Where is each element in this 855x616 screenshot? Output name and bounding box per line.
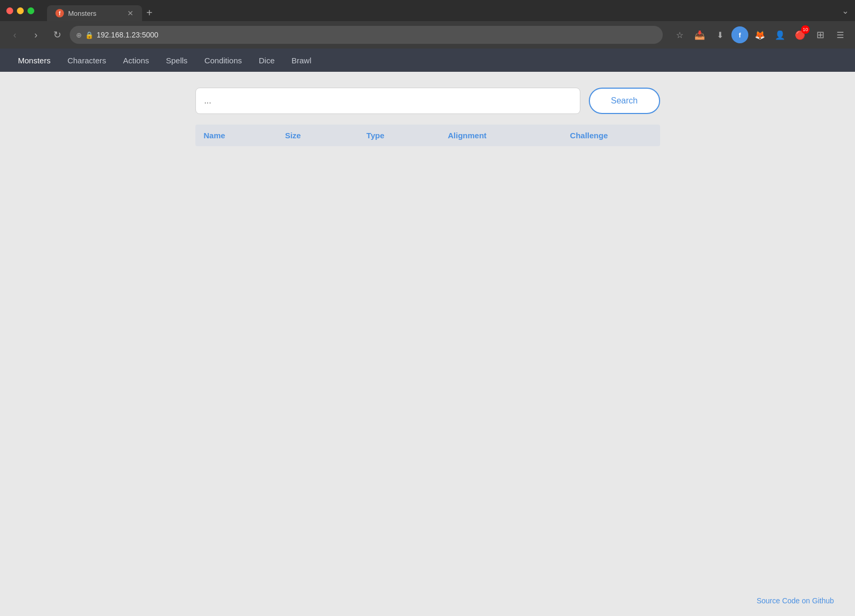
nav-item-conditions[interactable]: Conditions (197, 53, 249, 68)
nav-item-monsters[interactable]: Monsters (11, 53, 58, 68)
download-icon[interactable]: ⬇ (711, 26, 728, 43)
bookmark-icon[interactable]: ☆ (671, 26, 688, 43)
nav-item-dice[interactable]: Dice (251, 53, 282, 68)
maximize-button[interactable] (27, 7, 34, 14)
tab-close-button[interactable]: ✕ (127, 9, 134, 17)
toolbar-icons: ☆ 📥 ⬇ f 🦊 👤 🔴 ⊞ ☰ (671, 26, 849, 43)
security-icon: ⊕ (76, 31, 82, 39)
nav-item-characters[interactable]: Characters (60, 53, 114, 68)
pocket-icon[interactable]: 📥 (691, 26, 708, 43)
traffic-lights (6, 7, 34, 14)
new-tab-button[interactable]: + (144, 5, 155, 21)
minimize-button[interactable] (17, 7, 24, 14)
forward-button[interactable]: › (27, 26, 44, 43)
lock-icon: 🔒 (85, 31, 93, 39)
column-header-challenge: Challenge (570, 131, 651, 140)
app-navbar: Monsters Characters Actions Spells Condi… (0, 49, 855, 72)
tab-list-button[interactable]: ⌄ (842, 6, 849, 16)
tab-favicon: f (55, 9, 64, 17)
extensions-icon[interactable]: ⊞ (812, 26, 829, 43)
search-input[interactable] (195, 88, 580, 114)
tab-title: Monsters (68, 10, 96, 17)
browser-toolbar: ‹ › ↻ ⊕ 🔒 192.168.1.23:5000 ☆ 📥 ⬇ f 🦊 👤 … (0, 21, 855, 49)
facebook-icon[interactable]: f (731, 26, 748, 43)
browser-tabs: f Monsters ✕ + (47, 0, 155, 21)
active-tab[interactable]: f Monsters ✕ (47, 5, 142, 21)
profile-icon[interactable]: 👤 (772, 26, 788, 43)
github-link[interactable]: Source Code on Github (757, 596, 834, 605)
url-text: 192.168.1.23:5000 (97, 31, 158, 39)
close-button[interactable] (6, 7, 13, 14)
column-header-name: Name (204, 131, 285, 140)
column-header-alignment: Alignment (448, 131, 570, 140)
main-content: Search Name Size Type Alignment Challeng… (0, 72, 855, 616)
table-header: Name Size Type Alignment Challenge (195, 125, 660, 146)
nav-item-actions[interactable]: Actions (116, 53, 156, 68)
column-header-type: Type (367, 131, 448, 140)
results-table: Name Size Type Alignment Challenge (195, 125, 660, 146)
nav-item-brawl[interactable]: Brawl (284, 53, 319, 68)
firefox-icon[interactable]: 🦊 (751, 26, 768, 43)
footer: Source Code on Github (757, 596, 834, 605)
menu-icon[interactable]: ☰ (832, 26, 849, 43)
back-button[interactable]: ‹ (6, 26, 23, 43)
notifications-icon[interactable]: 🔴 (792, 26, 809, 43)
browser-titlebar: f Monsters ✕ + ⌄ (0, 0, 855, 21)
search-row: Search (195, 88, 660, 114)
nav-item-spells[interactable]: Spells (158, 53, 195, 68)
search-button[interactable]: Search (589, 88, 660, 114)
column-header-size: Size (285, 131, 367, 140)
address-bar[interactable]: ⊕ 🔒 192.168.1.23:5000 (70, 26, 663, 44)
refresh-button[interactable]: ↻ (49, 26, 65, 43)
